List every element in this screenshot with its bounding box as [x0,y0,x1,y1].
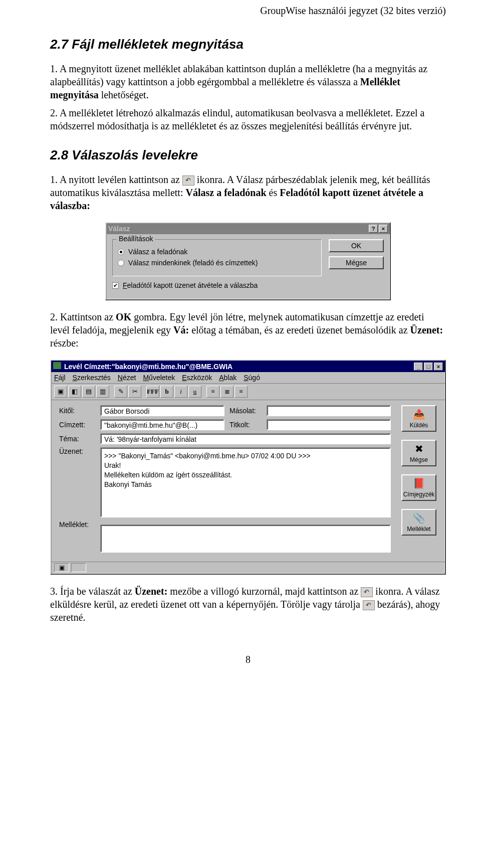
btn-label: Mégse [410,456,428,463]
para3: 3. Írja be válaszát az Üzenet: mezőbe a … [50,585,446,624]
text: részbe: [50,337,79,349]
page-header-note: GroupWise használói jegyzet (32 bites ve… [50,5,446,17]
page-number: 8 [50,654,446,665]
send-inline-icon [361,587,373,597]
addressbook-button[interactable]: 📕 Címjegyzék [401,474,436,501]
cancel-button[interactable]: ✖ Mégse [401,440,436,466]
cancel-button[interactable]: Mégse [329,256,384,269]
para-ok: 2. Kattintson az OK gombra. Egy levél jö… [50,310,446,350]
send-icon: 📤 [412,408,426,420]
text: előtag a témában, és az eredeti üzenet b… [189,324,410,335]
heading-2-8: 2.8 Válaszolás levelekre [50,147,446,163]
tb-btn-2[interactable]: ◧ [68,386,81,398]
text: 2. Kattintson az [50,311,116,322]
attach-button[interactable]: 📎 Melléklet [401,509,436,536]
radio-label: Válasz mindenkinek (feladó és címzettek) [128,259,258,267]
heading-2-7: 2.7 Fájl mellékletek megnyitása [50,37,446,52]
reply-icon [182,176,194,186]
tb-underline-button[interactable]: u [188,386,201,398]
checkbox-label: Feladótól kapott üzenet átvétele a válas… [123,281,258,289]
checkbox-include-original[interactable]: ✔ Feladótól kapott üzenet átvétele a vál… [112,281,322,289]
sec27-para2: 2. A mellékletet létrehozó alkalmazás el… [50,106,446,132]
label-cc: Másolat: [229,407,262,415]
bold-text: Üzenet: [135,586,168,597]
text: 3. Írja be válaszát az [50,586,135,597]
bold-text: OK [116,311,131,322]
btn-label: Címjegyzék [403,491,435,498]
text: 1. A nyitott levélen kattintson az [50,174,180,185]
menu-tools[interactable]: Eszközök [182,374,212,382]
clip-icon: 📎 [412,512,426,524]
input-cc[interactable] [267,405,391,416]
menu-file[interactable]: Fájl [54,374,66,382]
menu-view[interactable]: Nézet [118,374,136,382]
label-bcc: Titkolt: [229,421,262,429]
dialog-title: Válasz [108,225,130,233]
input-from[interactable]: Gábor Borsodi [100,405,224,416]
reply-dialog: Válasz ? × Beállítások Válasz a feladóna… [105,222,391,300]
mail-compose-window: Levél Címzett:"bakonyi@mti.bme.hu"@BME.G… [50,360,446,575]
label-body: Üzenet: [59,447,95,455]
settings-group: Beállítások Válasz a feladónak Válasz mi… [112,239,322,276]
close-button[interactable]: × [379,225,388,233]
minimize-button[interactable]: _ [414,363,423,371]
tb-btn-5[interactable]: ✎ [114,386,127,398]
tb-align-right-button[interactable]: ≡ [234,386,248,398]
input-bcc[interactable] [267,419,391,430]
menu-edit[interactable]: Szerkesztés [73,374,111,382]
close-inline-icon [363,600,375,610]
label-from: Kitől: [59,407,95,415]
group-legend: Beállítások [117,235,155,243]
tb-font-button[interactable]: FFF [146,386,159,398]
window-title: Levél Címzett:"bakonyi@mti.bme.hu"@BME.G… [64,363,232,371]
input-subject[interactable]: Vá: '98nyár-tanfolyami kínálat [100,433,391,444]
btn-label: Melléklet [407,526,430,533]
tb-italic-button[interactable]: i [174,386,187,398]
attachment-area[interactable] [100,525,391,553]
titlebar: Levél Címzett:"bakonyi@mti.bme.hu"@BME.G… [51,361,445,372]
tb-btn-1[interactable]: ▣ [54,386,67,398]
bold-text: Vá: [173,324,189,335]
sec28-para1: 1. A nyitott levélen kattintson az ikonr… [50,173,446,212]
titlebar: Válasz ? × [106,223,390,234]
tb-btn-3[interactable]: ▤ [82,386,95,398]
menu-window[interactable]: Ablak [219,374,236,382]
tb-align-left-button[interactable]: ≡ [206,386,219,398]
help-button[interactable]: ? [369,225,378,233]
cancel-icon: ✖ [412,443,426,455]
text: lehetőséget. [99,89,149,100]
text: mezőbe a villogó kurzornál, majd kattint… [167,586,358,597]
bold-text: Válasz a feladónak [185,187,266,198]
app-icon [53,362,61,369]
status-cell [71,563,86,572]
radio-reply-sender[interactable]: Válasz a feladónak [118,248,316,256]
btn-label: Küldés [410,422,428,429]
send-button[interactable]: 📤 Küldés [401,405,436,432]
maximize-button[interactable]: □ [424,363,433,371]
statusbar: ▣ [51,562,445,574]
label-attach: Melléklet: [59,520,95,529]
input-to[interactable]: "bakonyi@mti.bme.hu"@B(...) [100,419,224,430]
text: és [267,187,280,198]
sec27-para1: 1. A megnyitott üzenet melléklet ablakáb… [50,62,446,101]
tb-btn-6[interactable]: ✂ [128,386,141,398]
tb-btn-4[interactable]: ▥ [96,386,109,398]
tb-align-center-button[interactable]: ≣ [220,386,233,398]
tb-bold-button[interactable]: b [160,386,173,398]
bold-text: Üzenet: [410,324,443,335]
menu-actions[interactable]: Műveletek [143,374,175,382]
label-to: Címzett: [59,421,95,429]
menu-help[interactable]: Súgó [244,374,260,382]
toolbar: ▣ ◧ ▤ ▥ ✎ ✂ FFF b i u ≡ ≣ ≡ [51,383,445,400]
menubar: Fájl Szerkesztés Nézet Műveletek Eszközö… [51,372,445,383]
ok-button[interactable]: OK [329,239,384,252]
label-subject: Téma: [59,435,95,443]
book-icon: 📕 [412,477,426,489]
radio-reply-all[interactable]: Válasz mindenkinek (feladó és címzettek) [118,259,316,267]
textarea-body[interactable]: >>> "Bakonyi_Tamás" <bakonyi@mti.bme.hu>… [100,447,391,517]
status-icon: ▣ [54,563,69,572]
close-button[interactable]: × [434,363,443,371]
radio-label: Válasz a feladónak [128,248,187,256]
